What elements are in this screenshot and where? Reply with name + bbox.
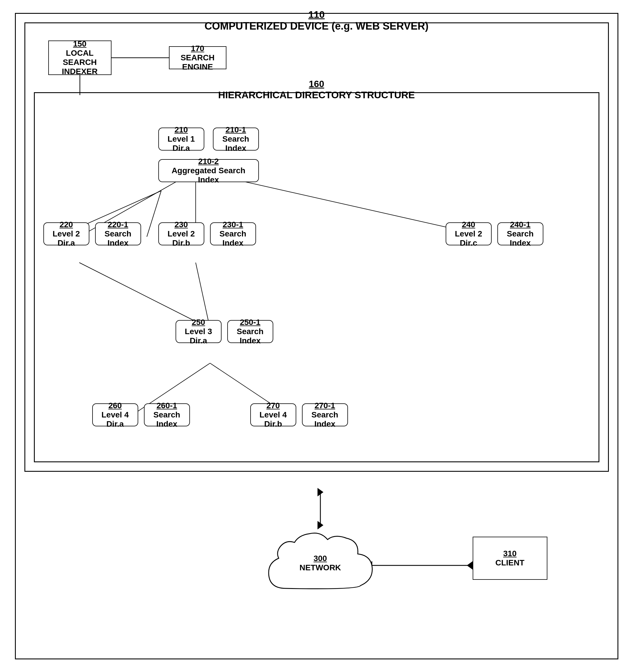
l4-sia-ref: 260-1 [157, 401, 177, 410]
l2-sib-label: Search Index [215, 229, 252, 248]
l4-dir-b-label: Level 4 Dir.b [255, 410, 291, 429]
l3-si-label: Search Index [232, 327, 269, 345]
outer-box-ref: 110 [25, 9, 608, 20]
l2-sic-ref: 240-1 [510, 220, 531, 229]
l1-dir-a-label: Level 1 Dir.a [163, 135, 200, 153]
level2-dir-a-node: 220 Level 2 Dir.a [43, 222, 89, 245]
network-label: NETWORK [252, 563, 389, 572]
client-label: CLIENT [495, 558, 524, 568]
l2-dir-a-ref: 220 [60, 220, 73, 229]
outer-box-label: 110 COMPUTERIZED DEVICE (e.g. WEB SERVER… [25, 9, 608, 32]
l1-si-label: Search Index [217, 135, 254, 153]
level4-dir-a-node: 260 Level 4 Dir.a [92, 403, 138, 426]
diagram-wrapper: 110 COMPUTERIZED DEVICE (e.g. WEB SERVER… [15, 13, 618, 659]
level1-dir-a-node: 210 Level 1 Dir.a [158, 127, 204, 150]
local-search-indexer-node: 150 LOCAL SEARCHINDEXER [48, 41, 112, 75]
level2-search-index-a-node: 220-1 Search Index [95, 222, 141, 245]
outer-box: 110 COMPUTERIZED DEVICE (e.g. WEB SERVER… [24, 22, 609, 472]
l2-sia-label: Search Index [100, 229, 137, 248]
level2-search-index-b-node: 230-1 Search Index [210, 222, 256, 245]
inner-box: 160 HIERARCHICAL DIRECTORY STRUCTURE [34, 92, 600, 462]
l1-si-ref: 210-1 [226, 125, 246, 135]
level3-search-index-node: 250-1 Search Index [227, 320, 273, 343]
agg-si-label: Aggregated Search Index [163, 166, 254, 185]
level4-search-index-b-node: 270-1 Search Index [302, 403, 348, 426]
se-label: SEARCH ENGINE [173, 53, 222, 72]
l3-si-ref: 250-1 [240, 318, 261, 327]
l2-sic-label: Search Index [502, 229, 539, 248]
l2-dir-b-ref: 230 [174, 220, 188, 229]
l4-dir-a-label: Level 4 Dir.a [97, 410, 134, 429]
search-engine-node: 170 SEARCH ENGINE [169, 46, 227, 69]
level4-dir-b-node: 270 Level 4 Dir.b [250, 403, 296, 426]
l4-dir-b-ref: 270 [266, 401, 280, 410]
l1-dir-a-ref: 210 [174, 125, 188, 135]
l4-sib-label: Search Index [307, 410, 343, 429]
aggregated-search-index-node: 210-2 Aggregated Search Index [158, 159, 259, 182]
l2-dir-b-label: Level 2 Dir.b [163, 229, 200, 248]
inner-box-title: HIERARCHICAL DIRECTORY STRUCTURE [218, 89, 415, 100]
l2-sia-ref: 220-1 [108, 220, 128, 229]
level4-search-index-a-node: 260-1 Search Index [144, 403, 190, 426]
agg-si-ref: 210-2 [198, 157, 219, 166]
lsi-label: LOCAL SEARCHINDEXER [53, 49, 107, 76]
level2-dir-b-node: 230 Level 2 Dir.b [158, 222, 204, 245]
level2-dir-c-node: 240 Level 2 Dir.c [446, 222, 492, 245]
client-ref: 310 [503, 549, 517, 558]
l3-dir-a-ref: 250 [192, 318, 205, 327]
outer-box-title: COMPUTERIZED DEVICE (e.g. WEB SERVER) [205, 20, 428, 32]
lsi-ref: 150 [73, 39, 87, 49]
inner-box-ref: 160 [35, 79, 599, 89]
l2-dir-c-ref: 240 [462, 220, 475, 229]
l4-dir-a-ref: 260 [108, 401, 122, 410]
l2-dir-a-label: Level 2 Dir.a [48, 229, 85, 248]
client-node: 310 CLIENT [473, 537, 547, 580]
network-ref: 300 [252, 554, 389, 563]
level1-search-index-node: 210-1 Search Index [213, 127, 259, 150]
inner-box-label: 160 HIERARCHICAL DIRECTORY STRUCTURE [35, 79, 599, 100]
l4-sib-ref: 270-1 [314, 401, 335, 410]
l4-sia-label: Search Index [148, 410, 185, 429]
l2-dir-c-label: Level 2 Dir.c [450, 229, 487, 248]
l2-sib-ref: 230-1 [223, 220, 243, 229]
network-cloud: 300 NETWORK [252, 525, 389, 606]
svg-line-5 [79, 263, 210, 329]
l3-dir-a-label: Level 3 Dir.a [180, 327, 217, 345]
level3-dir-a-node: 250 Level 3 Dir.a [175, 320, 221, 343]
level2-search-index-c-node: 240-1 Search Index [497, 222, 543, 245]
se-ref: 170 [191, 44, 204, 53]
